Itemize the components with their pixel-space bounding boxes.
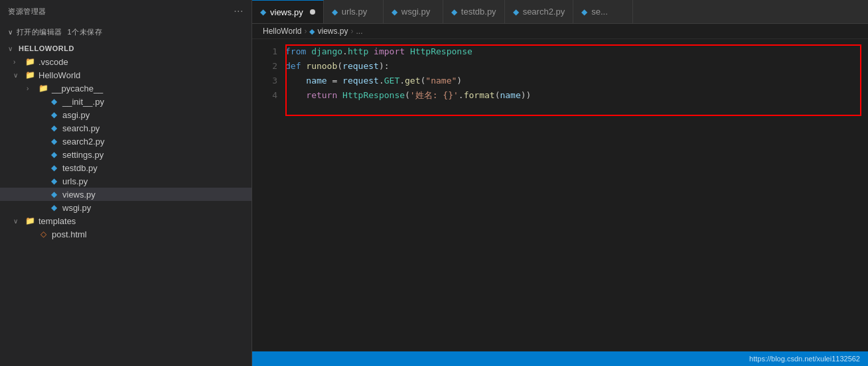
testdb-label: testdb.py <box>62 163 252 173</box>
tree-item-views[interactable]: › ◆ views.py <box>0 188 252 201</box>
wsgi-file-icon: ◆ <box>48 202 60 213</box>
code-content[interactable]: from django.http import HttpResponse def… <box>285 44 868 346</box>
footer: https://blog.csdn.net/xulei1132562 <box>252 351 868 366</box>
open-editors-label: 打开的编辑器 <box>17 27 62 37</box>
code-line-2: def runoob(request): <box>285 59 855 74</box>
vscode-arrow: › <box>13 58 24 66</box>
sidebar-header: 资源管理器 ··· <box>0 0 252 23</box>
open-editors-section: ∨ 打开的编辑器 1个未保存 <box>0 23 252 42</box>
tab-urls-icon: ◆ <box>332 7 338 17</box>
pycache-arrow: › <box>27 85 37 92</box>
templates-arrow: ∨ <box>13 217 24 225</box>
helloworld-folder-arrow: ∨ <box>13 72 24 79</box>
tab-testdb-icon: ◆ <box>451 7 457 17</box>
tree-item-wsgi[interactable]: › ◆ wsgi.py <box>0 201 252 214</box>
search2-label: search2.py <box>62 137 252 147</box>
breadcrumb-helloworld[interactable]: HelloWorld <box>263 27 301 36</box>
tree-item-helloworld-folder[interactable]: ∨ 📁 HelloWorld <box>0 68 252 82</box>
sidebar-title: 资源管理器 <box>8 7 46 17</box>
tab-se-icon: ◆ <box>581 7 587 17</box>
tree-item-pycache[interactable]: › 📁 __pycache__ <box>0 82 252 95</box>
line-num-4: 4 <box>252 88 277 103</box>
tab-urls-py[interactable]: ◆ urls.py <box>324 0 384 23</box>
code-line-4: return HttpResponse('姓名: {}'.format(name… <box>285 88 855 103</box>
tab-search2-label: search2.py <box>523 7 565 17</box>
tree-item-init[interactable]: › ◆ __init__.py <box>0 95 252 108</box>
vscode-label: .vscode <box>38 57 252 67</box>
init-label: __init__.py <box>62 97 252 107</box>
tab-wsgi-py[interactable]: ◆ wsgi.py <box>384 0 443 23</box>
helloworld-label: HELLOWORLD <box>19 44 252 52</box>
tab-urls-label: urls.py <box>342 7 367 17</box>
sidebar-more-button[interactable]: ··· <box>234 5 244 17</box>
code-line-3: name = request.GET.get("name") <box>285 74 855 88</box>
tab-views-icon: ◆ <box>260 7 266 17</box>
tab-views-py[interactable]: ◆ views.py <box>252 0 324 23</box>
line-num-1: 1 <box>252 44 277 59</box>
tree-item-templates[interactable]: ∨ 📁 templates <box>0 214 252 227</box>
code-line-1: from django.http import HttpResponse <box>285 44 855 59</box>
open-editors-arrow: ∨ <box>8 29 13 36</box>
helloworld-folder-label: HelloWorld <box>38 70 252 80</box>
pycache-folder-icon: 📁 <box>37 83 49 93</box>
file-tree: ∨ HELLOWORLD › 📁 .vscode ∨ 📁 HelloWorld … <box>0 42 252 366</box>
helloworld-arrow: ∨ <box>8 45 19 52</box>
line-num-3: 3 <box>252 74 277 88</box>
urls-label: urls.py <box>62 176 252 186</box>
tree-item-vscode[interactable]: › 📁 .vscode <box>0 55 252 68</box>
helloworld-folder-icon: 📁 <box>24 70 36 80</box>
line-numbers: 1 2 3 4 <box>252 44 285 346</box>
tree-item-urls[interactable]: › ◆ urls.py <box>0 174 252 188</box>
asgi-file-icon: ◆ <box>48 109 60 120</box>
tree-item-search2[interactable]: › ◆ search2.py <box>0 135 252 148</box>
line-num-2: 2 <box>252 59 277 74</box>
tree-item-asgi[interactable]: › ◆ asgi.py <box>0 108 252 121</box>
views-file-icon: ◆ <box>48 189 60 200</box>
breadcrumb-sep2: › <box>350 27 353 36</box>
tab-views-unsaved-dot <box>310 9 315 15</box>
tab-testdb-py[interactable]: ◆ testdb.py <box>443 0 505 23</box>
asgi-label: asgi.py <box>62 110 252 120</box>
footer-url: https://blog.csdn.net/xulei1132562 <box>749 355 860 363</box>
open-editors-toggle[interactable]: ∨ 打开的编辑器 1个未保存 <box>0 25 252 39</box>
breadcrumb-sep1: › <box>304 27 307 36</box>
code-editor: 1 2 3 4 from django.http import HttpResp… <box>252 39 868 351</box>
tab-testdb-label: testdb.py <box>461 7 496 17</box>
search2-file-icon: ◆ <box>48 136 60 147</box>
breadcrumb: HelloWorld › ◆ views.py › ... <box>252 24 868 39</box>
views-label: views.py <box>62 190 252 200</box>
wsgi-label: wsgi.py <box>62 203 252 213</box>
templates-folder-icon: 📁 <box>24 215 36 226</box>
init-file-icon: ◆ <box>48 96 60 107</box>
breadcrumb-file-icon: ◆ <box>309 27 315 36</box>
pycache-label: __pycache__ <box>52 84 252 93</box>
search-label: search.py <box>62 123 252 133</box>
post-html-label: post.html <box>52 229 252 239</box>
settings-label: settings.py <box>62 150 252 160</box>
tab-search2-icon: ◆ <box>513 7 519 17</box>
search-file-icon: ◆ <box>48 123 60 133</box>
tab-wsgi-label: wsgi.py <box>401 7 430 17</box>
tree-item-helloworld-root[interactable]: ∨ HELLOWORLD <box>0 42 252 55</box>
unsaved-badge: 1个未保存 <box>68 27 103 37</box>
tree-item-testdb[interactable]: › ◆ testdb.py <box>0 161 252 174</box>
sidebar: 资源管理器 ··· ∨ 打开的编辑器 1个未保存 ∨ HELLOWORLD › … <box>0 0 252 366</box>
tree-item-settings[interactable]: › ◆ settings.py <box>0 148 252 161</box>
tab-se-label: se... <box>591 7 608 17</box>
breadcrumb-dots: ... <box>356 27 362 36</box>
tree-item-search[interactable]: › ◆ search.py <box>0 121 252 135</box>
templates-label: templates <box>38 216 252 226</box>
post-html-icon: ◇ <box>37 229 49 239</box>
tab-se-py[interactable]: ◆ se... <box>573 0 633 23</box>
tab-views-label: views.py <box>270 7 303 17</box>
tab-wsgi-icon: ◆ <box>392 7 398 17</box>
tab-bar: ◆ views.py ◆ urls.py ◆ wsgi.py ◆ testdb.… <box>252 0 868 24</box>
breadcrumb-views[interactable]: views.py <box>317 27 348 36</box>
testdb-file-icon: ◆ <box>48 162 60 173</box>
urls-file-icon: ◆ <box>48 176 60 186</box>
settings-file-icon: ◆ <box>48 149 60 160</box>
tree-item-post-html[interactable]: › ◇ post.html <box>0 227 252 241</box>
vscode-folder-icon: 📁 <box>24 56 36 67</box>
main-editor-area: ◆ views.py ◆ urls.py ◆ wsgi.py ◆ testdb.… <box>252 0 868 366</box>
tab-search2-py[interactable]: ◆ search2.py <box>505 0 574 23</box>
